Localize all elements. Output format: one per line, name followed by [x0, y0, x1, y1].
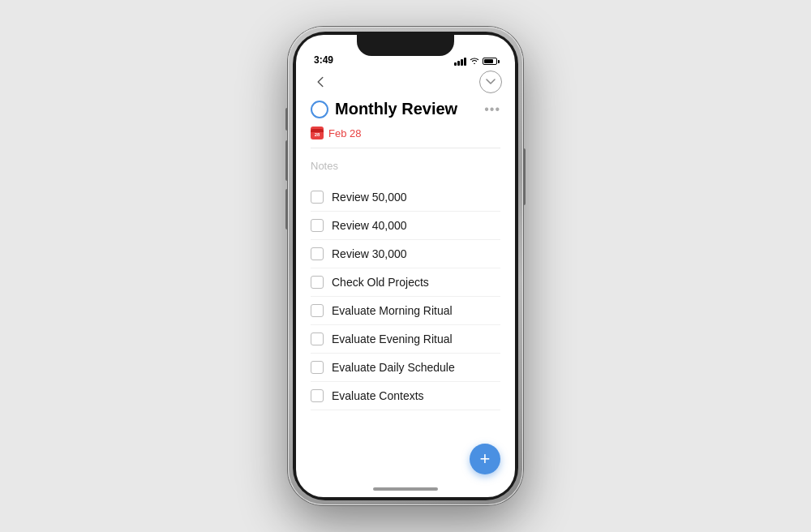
due-date[interactable]: Feb 28: [328, 127, 361, 139]
plus-icon: +: [480, 450, 491, 468]
notch: [357, 35, 454, 56]
item-label-2: Review 30,000: [332, 247, 407, 260]
list-item: Evaluate Morning Ritual: [311, 297, 500, 325]
item-label-1: Review 40,000: [332, 219, 407, 232]
task-circle-icon[interactable]: [311, 101, 328, 118]
title-row: Monthly Review •••: [311, 100, 500, 118]
item-label-0: Review 50,000: [332, 191, 407, 204]
add-task-button[interactable]: +: [470, 444, 500, 474]
more-options-button[interactable]: •••: [484, 102, 500, 117]
item-label-5: Evaluate Evening Ritual: [332, 332, 453, 345]
list-item: Evaluate Evening Ritual: [311, 325, 500, 354]
checkbox-6[interactable]: [311, 361, 324, 374]
list-item: Review 40,000: [311, 212, 500, 240]
content-area: Monthly Review ••• 28 Feb 28 Notes Revie…: [296, 100, 515, 481]
item-label-6: Evaluate Daily Schedule: [332, 361, 455, 374]
back-button[interactable]: [309, 71, 332, 93]
power-button[interactable]: [523, 148, 526, 205]
checkbox-5[interactable]: [311, 332, 324, 345]
list-item: Evaluate Daily Schedule: [311, 354, 500, 382]
notes-field[interactable]: Notes: [311, 155, 500, 183]
home-indicator: [296, 481, 515, 497]
page-title: Monthly Review: [335, 100, 478, 118]
checkbox-7[interactable]: [311, 389, 324, 402]
screen: 3:49: [296, 35, 515, 497]
list-item: Review 30,000: [311, 240, 500, 268]
list-item: Review 50,000: [311, 183, 500, 212]
checkbox-0[interactable]: [311, 191, 324, 204]
checkbox-2[interactable]: [311, 247, 324, 260]
status-icons: [454, 57, 497, 66]
checklist: Review 50,000Review 40,000Review 30,000C…: [311, 183, 500, 410]
item-label-7: Evaluate Contexts: [332, 389, 424, 402]
date-row: 28 Feb 28: [311, 127, 500, 148]
calendar-icon: 28: [311, 127, 324, 139]
battery-icon: [483, 58, 497, 65]
checkbox-1[interactable]: [311, 219, 324, 232]
wifi-icon: [470, 57, 479, 66]
nav-bar: [296, 71, 515, 100]
checkbox-3[interactable]: [311, 276, 324, 289]
status-time: 3:49: [314, 54, 333, 66]
item-label-3: Check Old Projects: [332, 276, 429, 289]
phone-device: 3:49: [288, 27, 523, 505]
list-item: Check Old Projects: [311, 268, 500, 297]
checkbox-4[interactable]: [311, 304, 324, 317]
item-label-4: Evaluate Morning Ritual: [332, 304, 453, 317]
list-item: Evaluate Contexts: [311, 382, 500, 410]
signal-icon: [454, 58, 466, 66]
chevron-down-button[interactable]: [479, 71, 502, 93]
